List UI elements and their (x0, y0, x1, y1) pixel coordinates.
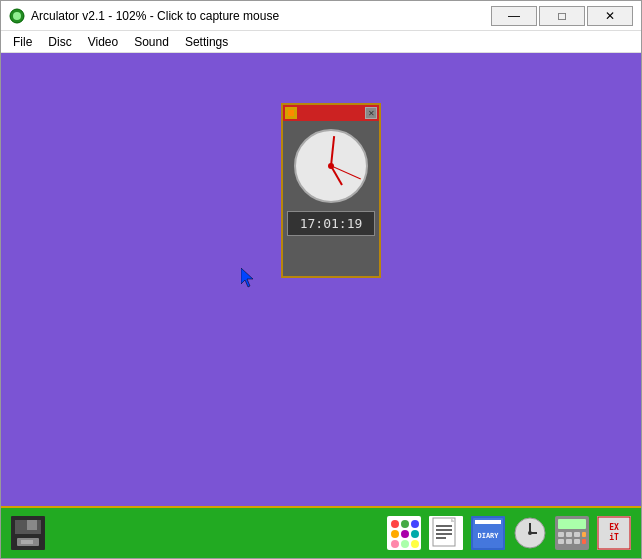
floppy-drive-taskbar-icon[interactable] (9, 514, 47, 552)
svg-rect-3 (288, 110, 294, 116)
svg-text:iT: iT (609, 532, 619, 542)
svg-rect-44 (582, 539, 586, 544)
emulated-clock-window[interactable]: ✕ 17:01:19 (281, 103, 381, 278)
emu-close-button[interactable]: ✕ (365, 107, 377, 119)
calculator-taskbar-icon[interactable] (553, 514, 591, 552)
main-window: Arculator v2.1 - 102% - Click to capture… (0, 0, 642, 559)
svg-point-18 (401, 540, 409, 548)
title-bar: Arculator v2.1 - 102% - Click to capture… (1, 1, 641, 31)
svg-point-19 (411, 540, 419, 548)
exit-taskbar-icon[interactable]: EX iT (595, 514, 633, 552)
svg-point-14 (391, 530, 399, 538)
clock-face (294, 129, 368, 203)
svg-rect-42 (566, 539, 572, 544)
svg-point-34 (528, 531, 532, 535)
title-buttons: — □ ✕ (491, 6, 633, 26)
svg-rect-40 (582, 532, 586, 537)
emu-title-icon (285, 107, 297, 119)
title-text: Arculator v2.1 - 102% - Click to capture… (31, 9, 279, 23)
svg-text:EX: EX (609, 523, 619, 532)
svg-point-17 (391, 540, 399, 548)
svg-rect-21 (433, 518, 455, 546)
svg-rect-36 (558, 519, 586, 529)
svg-rect-7 (27, 520, 37, 530)
paint-taskbar-icon[interactable] (385, 514, 423, 552)
svg-text:DIARY: DIARY (477, 532, 499, 540)
maximize-button[interactable]: □ (539, 6, 585, 26)
menu-file[interactable]: File (5, 33, 40, 51)
emu-title-bar: ✕ (283, 105, 379, 121)
arculator-icon (9, 8, 25, 24)
svg-rect-43 (574, 539, 580, 544)
menu-disc[interactable]: Disc (40, 33, 79, 51)
title-bar-left: Arculator v2.1 - 102% - Click to capture… (9, 8, 279, 24)
svg-point-1 (13, 12, 21, 20)
svg-rect-29 (475, 520, 501, 524)
document-taskbar-icon[interactable] (427, 514, 465, 552)
svg-point-16 (411, 530, 419, 538)
menu-settings[interactable]: Settings (177, 33, 236, 51)
close-button[interactable]: ✕ (587, 6, 633, 26)
svg-point-12 (401, 520, 409, 528)
menu-sound[interactable]: Sound (126, 33, 177, 51)
svg-rect-39 (574, 532, 580, 537)
svg-marker-4 (241, 268, 253, 287)
diary-taskbar-icon[interactable]: DIARY (469, 514, 507, 552)
svg-rect-9 (21, 540, 33, 544)
menu-bar: File Disc Video Sound Settings (1, 31, 641, 53)
minute-hand (330, 136, 335, 166)
svg-rect-41 (558, 539, 564, 544)
svg-rect-38 (566, 532, 572, 537)
taskbar: DIARY (1, 506, 641, 558)
svg-rect-37 (558, 532, 564, 537)
clock-taskbar-icon[interactable] (511, 514, 549, 552)
time-display: 17:01:19 (287, 211, 375, 236)
clock-center-dot (328, 163, 334, 169)
svg-point-11 (391, 520, 399, 528)
emulated-desktop[interactable]: ✕ 17:01:19 (1, 53, 641, 506)
minimize-button[interactable]: — (491, 6, 537, 26)
svg-point-13 (411, 520, 419, 528)
menu-video[interactable]: Video (80, 33, 126, 51)
svg-point-15 (401, 530, 409, 538)
